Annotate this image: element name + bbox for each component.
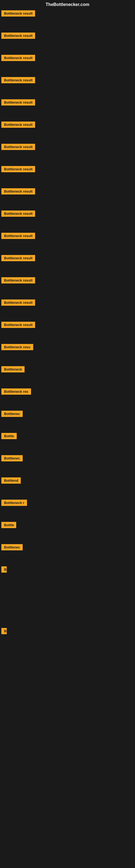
bottleneck-item-14: Bottleneck result <box>0 300 135 307</box>
bottleneck-label: Bottleneck result <box>1 255 35 261</box>
bottleneck-item-6: Bottleneck result <box>0 122 135 129</box>
bottleneck-item-23: Bottleneck r <box>0 500 135 507</box>
bottleneck-item-21: Bottlenec <box>0 455 135 463</box>
bottleneck-item-4: Bottleneck result <box>0 77 135 84</box>
site-title: TheBottlenecker.com <box>0 0 135 10</box>
bottleneck-item-7: Bottleneck result <box>0 144 135 151</box>
bottleneck-list: Bottleneck resultBottleneck resultBottle… <box>0 10 135 635</box>
bottleneck-label: Bottleneck result <box>1 144 35 150</box>
bottleneck-label: Bottleneck <box>1 366 25 372</box>
bottleneck-label: Bottleneck result <box>1 277 35 283</box>
bottleneck-label: Bottleneck result <box>1 10 35 17</box>
bottleneck-label: Bottleneck result <box>1 33 35 39</box>
bottleneck-item-11: Bottleneck result <box>0 233 135 240</box>
bottleneck-label: Bottlenec <box>1 411 23 417</box>
bottleneck-item-29: B <box>0 628 135 635</box>
bottleneck-item-15: Bottleneck result <box>0 322 135 329</box>
bottleneck-item-5: Bottleneck result <box>0 99 135 106</box>
bottleneck-item-25: Bottlenec <box>0 544 135 552</box>
bottleneck-item-20: Bottle <box>0 433 135 440</box>
bottleneck-item-1: Bottleneck result <box>0 10 135 18</box>
bottleneck-label: Bottlend <box>1 477 21 484</box>
bottleneck-item-13: Bottleneck result <box>0 277 135 284</box>
bottleneck-item-17: Bottleneck <box>0 366 135 373</box>
bottleneck-item-19: Bottlenec <box>0 411 135 418</box>
bottleneck-label: Bottle <box>1 522 16 528</box>
bottleneck-label: Bottleneck result <box>1 166 35 172</box>
bottleneck-item-26: B <box>0 566 135 574</box>
bottleneck-label: Bottleneck result <box>1 122 35 128</box>
bottleneck-item-22: Bottlend <box>0 477 135 485</box>
bottleneck-item-10: Bottleneck result <box>0 211 135 218</box>
bottleneck-label: Bottleneck result <box>1 55 35 61</box>
bottleneck-label: Bottleneck result <box>1 188 35 194</box>
bottleneck-item-9: Bottleneck result <box>0 188 135 195</box>
bottleneck-label: Bottleneck res <box>1 389 31 395</box>
bottleneck-label: Bottleneck result <box>1 99 35 105</box>
bottleneck-item-16: Bottleneck resu <box>0 344 135 351</box>
site-title-container: TheBottlenecker.com <box>0 0 135 10</box>
bottleneck-label: Bottlenec <box>1 544 23 550</box>
bottleneck-label: B <box>1 566 7 572</box>
bottleneck-item-12: Bottleneck result <box>0 255 135 262</box>
bottleneck-label: Bottleneck resu <box>1 344 33 350</box>
bottleneck-label: Bottleneck result <box>1 322 35 328</box>
bottleneck-label: Bottleneck result <box>1 211 35 217</box>
bottleneck-label: Bottleneck r <box>1 500 27 506</box>
bottleneck-item-2: Bottleneck result <box>0 33 135 40</box>
bottleneck-label: Bottleneck result <box>1 77 35 83</box>
bottleneck-item-18: Bottleneck res <box>0 389 135 396</box>
bottleneck-label: Bottle <box>1 433 17 439</box>
bottleneck-item-3: Bottleneck result <box>0 55 135 62</box>
bottleneck-label: Bottlenec <box>1 455 23 461</box>
bottleneck-label: Bottleneck result <box>1 233 35 239</box>
bottleneck-label: Bottleneck result <box>1 300 35 306</box>
bottleneck-item-24: Bottle <box>0 522 135 529</box>
bottleneck-item-8: Bottleneck result <box>0 166 135 173</box>
bottleneck-label: B <box>1 628 7 634</box>
